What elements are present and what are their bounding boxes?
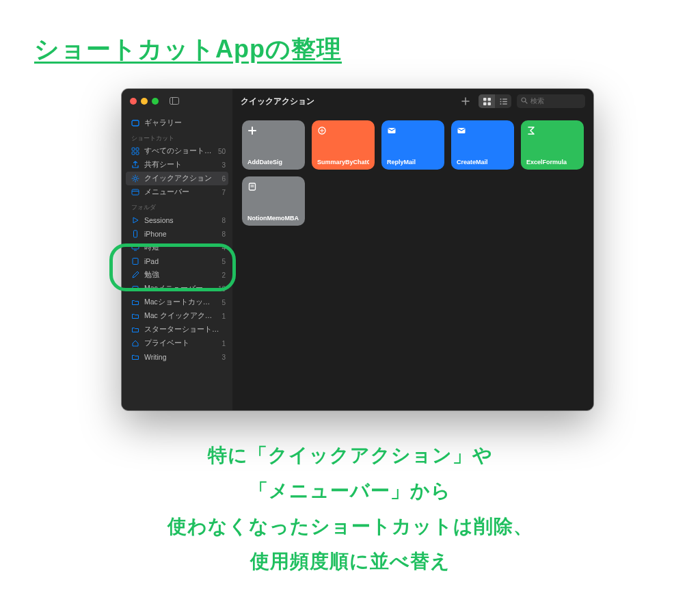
shortcut-tile[interactable]: ReplyMail [381,120,444,170]
sidebar-item-label: Macショートカットキー [144,298,217,307]
svg-point-22 [500,101,501,102]
sidebar-item-count: 3 [221,354,226,361]
svg-rect-23 [502,101,507,101]
sidebar-item[interactable]: 時短4 [122,241,232,254]
menubar-icon [131,188,139,196]
note-icon [247,182,257,191]
sidebar-item[interactable]: Macメニューバー10 [122,282,232,295]
zoom-window-button[interactable] [152,98,159,105]
sidebar-item[interactable]: Writing3 [122,350,232,364]
sidebar-item-count: 5 [221,258,226,265]
sidebar-section-header-folders: フォルダ [122,199,232,213]
search-icon [521,97,528,105]
shortcut-tile[interactable]: NotionMemoMBA [242,176,305,226]
sidebar-item[interactable]: メニューバー7 [122,185,232,199]
sidebar-item-label: Mac クイックアクション [144,311,217,321]
sidebar-item-count: 10 [218,285,226,293]
close-window-button[interactable] [130,98,137,105]
svg-point-7 [134,177,137,180]
grid-view-button[interactable] [479,94,495,108]
svg-rect-8 [132,189,139,195]
sidebar-item-count: 50 [218,148,226,155]
add-shortcut-button[interactable] [458,94,473,108]
folder-icon [131,353,139,361]
caption-text: 特に「クイックアクション」や 「メニューバー」から 使わなくなったショートカット… [0,438,700,579]
page-title: ショートカットAppの整理 [34,33,342,66]
svg-rect-25 [502,103,507,104]
all-icon [131,147,139,155]
play-icon [131,216,139,224]
svg-rect-19 [487,102,491,105]
svg-rect-5 [132,152,135,155]
sidebar-item-label: すべてのショートカット [144,146,213,156]
sidebar-item-label: Macメニューバー [144,284,213,293]
sidebar-toggle-icon[interactable] [170,96,179,107]
content-title: クイックアクション [241,96,314,107]
shortcut-tile[interactable]: AddDateSig [242,120,305,170]
pencil-icon [131,271,139,279]
phone-icon [131,230,139,238]
sidebar-item[interactable]: Mac クイックアクション1 [122,309,232,323]
gear-icon [131,174,139,183]
sidebar-item[interactable]: すべてのショートカット50 [122,144,232,158]
sidebar-item-count: 7 [221,189,226,196]
search-field[interactable]: 検索 [517,94,585,108]
tile-label: ExcelFormula [526,159,578,166]
tile-label: NotionMemoMBA [247,215,299,222]
sidebar-section-header-shortcuts: ショートカット [122,130,232,144]
window-controls [122,89,232,114]
svg-rect-11 [132,245,139,249]
sigma-icon [526,126,536,135]
sidebar-gallery[interactable]: ギャラリー [122,116,232,130]
sidebar-item-count: 3 [221,161,226,169]
sidebar-item-label: スターターショートカット [144,325,221,334]
sidebar-item-label: Writing [144,353,217,361]
main-panel: クイックアクション 検索 AddDateSigSummaryByChatG [232,89,593,410]
svg-rect-0 [170,97,179,104]
display-icon [131,243,139,252]
list-view-button[interactable] [495,94,511,108]
sidebar-item[interactable]: 勉強2 [122,268,232,282]
sidebar-item-label: Sessions [144,216,217,224]
laptop-icon [131,285,139,293]
sidebar-item-label: ギャラリー [144,118,226,128]
toolbar: クイックアクション 検索 [232,89,593,114]
folder-icon [131,326,139,334]
sidebar-item[interactable]: Sessions8 [122,213,232,227]
svg-rect-4 [136,148,139,150]
sparkle-icon [317,126,327,135]
tile-label: ReplyMail [387,159,439,166]
minimize-window-button[interactable] [141,98,148,105]
app-window: ギャラリー ショートカット すべてのショートカット50共有シート3クイックアクシ… [122,89,593,410]
svg-rect-2 [132,120,139,126]
shortcut-tile[interactable]: ExcelFormula [521,120,584,170]
sidebar-item[interactable]: Macショートカットキー5 [122,295,232,309]
sidebar-item[interactable]: スターターショートカット [122,323,232,336]
svg-rect-17 [487,98,491,101]
shortcut-tile[interactable]: CreateMail [451,120,514,170]
sidebar-item[interactable]: iPhone8 [122,227,232,241]
sidebar-item-label: クイックアクション [144,174,217,183]
sidebar-item[interactable]: iPad5 [122,254,232,268]
shortcut-tile[interactable]: SummaryByChatGPT [312,120,375,170]
tablet-icon [131,257,139,265]
folder-icon [131,298,139,306]
gallery-icon [131,119,139,127]
sidebar-item-count: 8 [221,230,226,238]
home-icon [131,339,139,347]
sidebar-item-count: 1 [221,313,226,320]
svg-rect-18 [483,102,487,105]
svg-rect-14 [133,287,138,290]
sidebar-item-label: iPhone [144,230,217,238]
svg-rect-16 [483,98,487,101]
sidebar-item[interactable]: プライベート1 [122,336,232,350]
svg-line-27 [525,101,527,103]
svg-rect-10 [134,230,137,237]
sidebar-item[interactable]: クイックアクション6 [126,172,228,185]
svg-rect-6 [136,152,139,155]
sidebar-item[interactable]: 共有シート3 [122,158,232,172]
sidebar-item-label: メニューバー [144,187,217,197]
view-toggle [479,94,511,108]
plus-icon [247,126,257,135]
sidebar-item-count: 8 [221,217,226,224]
